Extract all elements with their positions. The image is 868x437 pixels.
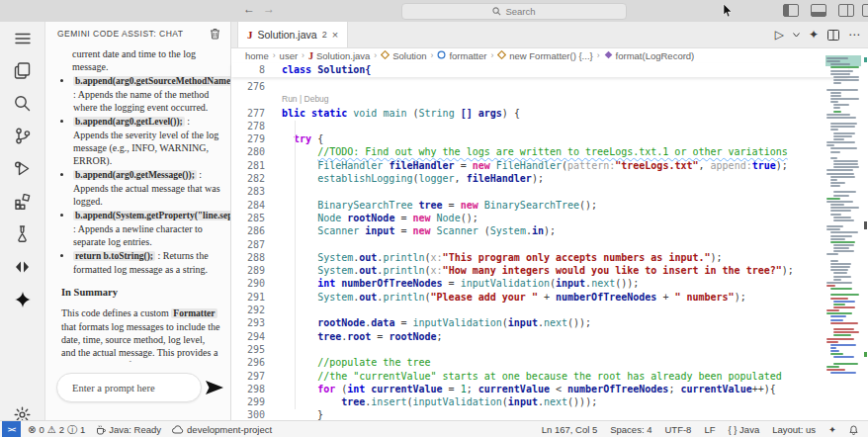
tab-solution-java[interactable]: J Solution.java 2 × xyxy=(237,22,348,47)
code-line[interactable]: 294 tree.root = rootNode; xyxy=(231,330,848,343)
run-dropdown-chevron-icon[interactable] xyxy=(793,33,800,38)
toggle-panel-icon[interactable] xyxy=(811,4,826,17)
sparkle-status-icon[interactable]: ✦ xyxy=(828,424,836,435)
breadcrumb-item[interactable]: JSolution.java xyxy=(308,50,370,61)
status-bar: >< ⊗ 0 ⚠ 2 ⓘ 1 Java: Ready development-p… xyxy=(0,420,868,437)
breadcrumb-item[interactable]: Solution xyxy=(381,50,426,61)
java-status-label: Java: Ready xyxy=(109,424,161,435)
code-line[interactable]: 296 //populate the tree xyxy=(231,356,848,369)
code-line[interactable]: 276 xyxy=(231,80,848,93)
send-icon[interactable] xyxy=(205,380,224,395)
warning-count: 2 xyxy=(59,424,64,435)
breadcrumb-item[interactable]: user xyxy=(280,50,298,61)
class-symbol-icon xyxy=(381,50,390,61)
activity-search-icon[interactable] xyxy=(0,87,44,120)
sticky-scroll-line[interactable]: 8 class Solution{ xyxy=(231,63,848,77)
chat-bullet: b.append(arg0.getSourceMethodName()); : … xyxy=(73,74,220,114)
minimap[interactable] xyxy=(825,55,861,382)
toggle-secondary-sidebar-icon[interactable] xyxy=(838,4,854,17)
gemini-sparkle-icon[interactable]: ✦ xyxy=(809,29,819,41)
indent-guide xyxy=(295,121,296,409)
sticky-line-code: class Solution{ xyxy=(265,63,371,77)
back-icon[interactable]: ← xyxy=(243,2,255,16)
java-symbol-icon: J xyxy=(308,50,313,61)
code-line[interactable]: 279 try { xyxy=(231,132,848,145)
breadcrumb-item[interactable]: format(LogRecord) xyxy=(604,50,695,61)
info-count: 1 xyxy=(80,424,85,435)
chat-bullet: return b.toString(); : Returns the forma… xyxy=(73,249,220,276)
activity-source-control-icon[interactable] xyxy=(0,120,44,152)
code-line[interactable]: 282 establishLogging(logger, fileHandler… xyxy=(231,172,848,185)
activity-menu-icon[interactable] xyxy=(0,22,44,54)
cloud-project[interactable]: development-project xyxy=(172,424,272,435)
code-line[interactable]: 293 rootNode.data = inputValidation(inpu… xyxy=(231,316,848,329)
warning-icon: ⚠ xyxy=(47,425,56,435)
code-line[interactable]: 287 xyxy=(231,238,848,251)
problems-indicator[interactable]: ⊗ 0 ⚠ 2 ⓘ 1 xyxy=(28,424,85,435)
activity-run-debug-icon[interactable] xyxy=(0,152,44,185)
code-line[interactable]: 286 Scanner input = new Scanner (System.… xyxy=(231,224,848,237)
bell-icon[interactable] xyxy=(849,425,858,435)
more-actions-icon[interactable]: ⋯ xyxy=(848,29,860,41)
run-button[interactable]: ▷ xyxy=(775,29,784,41)
search-input[interactable]: Search xyxy=(401,3,627,20)
code-line[interactable]: 299 tree.insert(inputValidation(input.ne… xyxy=(231,395,848,408)
code-line[interactable]: 284 BinarySearchTree tree = new BinarySe… xyxy=(231,199,848,212)
title-bar: ← → Search xyxy=(0,0,868,23)
chat-bullet: b.append(arg0.getLevel()); : Appends the… xyxy=(73,115,220,167)
overview-ruler xyxy=(864,55,867,411)
indentation[interactable]: Spaces: 4 xyxy=(610,424,651,435)
java-status[interactable]: Java: Ready xyxy=(96,424,161,435)
cloud-icon xyxy=(172,425,184,434)
codelens-run-debug[interactable]: Run | Debug xyxy=(231,93,848,106)
code-line[interactable]: 292 xyxy=(231,304,848,316)
keyboard-layout[interactable]: Layout: us xyxy=(772,424,816,435)
split-editor-icon[interactable] xyxy=(827,30,839,41)
activity-gemini-icon[interactable] xyxy=(0,250,44,283)
chat-prompt-input[interactable]: Enter a prompt here xyxy=(56,373,202,402)
code-line[interactable]: 283 xyxy=(231,185,848,198)
field-symbol-icon xyxy=(437,50,446,61)
trash-icon[interactable] xyxy=(210,28,220,40)
breadcrumbs[interactable]: home›user›JSolution.java›Solution›format… xyxy=(231,47,868,63)
search-icon xyxy=(492,7,501,16)
java-file-icon: J xyxy=(247,29,253,41)
toggle-sidebar-icon[interactable] xyxy=(783,4,799,17)
language-mode[interactable]: { } Java xyxy=(728,424,759,435)
gemini-chat-panel: GEMINI CODE ASSIST: CHAT current date an… xyxy=(45,22,231,420)
code-line[interactable]: 281 FileHandler fileHandler = new FileHa… xyxy=(231,159,848,172)
code-line[interactable]: 285 Node rootNode = new Node(); xyxy=(231,212,848,224)
cursor-position[interactable]: Ln 167, Col 5 xyxy=(542,424,598,435)
breadcrumb-item[interactable]: formatter xyxy=(437,50,486,61)
code-line[interactable]: 288 System.out.println(x:"This program o… xyxy=(231,251,848,264)
code-line[interactable]: 289 System.out.println(x:"How many integ… xyxy=(231,264,848,277)
code-line[interactable]: 298 for (int currentValue = 1; currentVa… xyxy=(231,383,848,395)
code-line[interactable]: 278 xyxy=(231,120,848,132)
code-line[interactable]: 280 //TODO: Find out why the logs are wr… xyxy=(231,145,848,158)
remote-indicator[interactable]: >< xyxy=(2,421,21,437)
customize-layout-icon[interactable] xyxy=(862,4,868,17)
breadcrumb-item[interactable]: home xyxy=(245,50,269,61)
code-line[interactable]: 297 //the "currentValue" starts at one b… xyxy=(231,370,848,383)
activity-extensions-icon[interactable] xyxy=(0,185,44,218)
info-icon: ⓘ xyxy=(67,425,77,435)
activity-explorer-icon[interactable] xyxy=(0,54,44,87)
project-label: development-project xyxy=(187,424,272,435)
code-line[interactable]: 300 } xyxy=(231,408,848,420)
tab-problems-badge: 2 xyxy=(322,30,327,40)
activity-testing-icon[interactable] xyxy=(0,218,44,250)
error-count: 0 xyxy=(39,424,43,435)
eol[interactable]: LF xyxy=(704,424,715,435)
tab-close-icon[interactable]: × xyxy=(332,29,338,41)
forward-icon[interactable]: → xyxy=(263,2,275,16)
code-line[interactable]: 290 int numberOfTreeNodes = inputValidat… xyxy=(231,277,848,290)
encoding[interactable]: UTF-8 xyxy=(664,424,691,435)
code-line[interactable]: 295 xyxy=(231,343,848,356)
search-placeholder: Search xyxy=(505,6,535,17)
breadcrumb-item[interactable]: new Formatter() {...} xyxy=(497,50,592,61)
code-line[interactable]: 277blic static void main (String [] args… xyxy=(231,107,848,120)
vscode-window: { "title_bar": { "search_placeholder": "… xyxy=(0,0,868,437)
code-area[interactable]: 276Run | Debug277blic static void main (… xyxy=(231,77,848,420)
activity-gemini-code-assist-icon[interactable] xyxy=(0,283,44,315)
code-line[interactable]: 291 System.out.println("Please add your … xyxy=(231,291,848,304)
